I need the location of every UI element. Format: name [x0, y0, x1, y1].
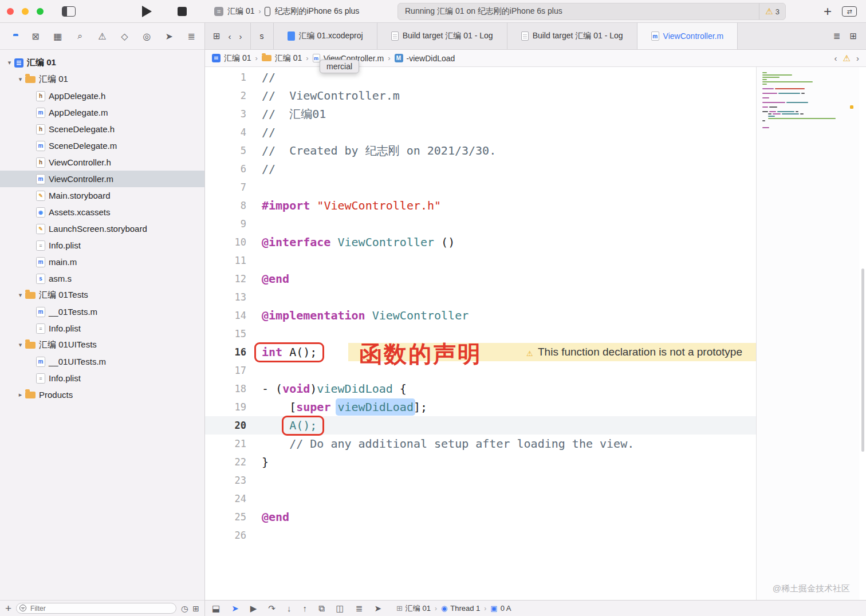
disclosure-chevron-icon[interactable]: ▾ — [15, 291, 25, 299]
minimap-bar — [768, 116, 775, 117]
related-items-icon[interactable]: ⊞ — [213, 31, 221, 41]
folder-file-icon — [25, 76, 36, 83]
editor-arrangement-icon[interactable]: ⇄ — [842, 6, 857, 17]
sidebar-item[interactable]: ◉Assets.xcassets — [0, 204, 204, 220]
source-control-status-icon[interactable]: ⊞ — [192, 604, 199, 613]
recent-files-icon[interactable]: ◷ — [181, 604, 188, 613]
issue-warning-icon[interactable]: ⚠ — [843, 53, 851, 64]
debug-breadcrumb-item[interactable]: ◉Thread 1 — [441, 604, 480, 613]
sidebar-item[interactable]: ▾汇编 01Tests — [0, 287, 204, 303]
memory-graph-icon[interactable]: ◫ — [336, 604, 344, 613]
tooltip: mercial — [320, 60, 359, 73]
breakpoint-navigator-icon[interactable]: ➤ — [162, 31, 176, 42]
run-destination[interactable]: 纪志刚的iPhone 6s plus — [274, 6, 359, 17]
sidebar-item[interactable]: hSceneDelegate.h — [0, 121, 204, 137]
step-out-icon[interactable]: ↑ — [302, 604, 307, 613]
view-hierarchy-icon[interactable]: ⧉ — [318, 604, 325, 613]
sidebar-item[interactable]: mViewController.m — [0, 171, 204, 187]
next-issue-icon[interactable]: › — [856, 53, 859, 63]
jump-bar-item[interactable]: 汇编 01 — [212, 53, 251, 64]
debug-breadcrumb-item[interactable]: ▣0 A — [490, 604, 511, 613]
toggle-debug-area-icon[interactable]: ⬓ — [212, 604, 220, 613]
sidebar-item-label: __01Tests.m — [49, 307, 97, 317]
previous-issue-icon[interactable]: ‹ — [834, 53, 837, 63]
disclosure-chevron-icon[interactable]: ▸ — [15, 391, 25, 398]
step-into-icon[interactable]: ↓ — [287, 604, 292, 613]
library-add-button[interactable]: + — [824, 5, 832, 18]
sidebar-item[interactable]: hViewController.h — [0, 154, 204, 171]
minimap[interactable] — [756, 67, 859, 600]
editor-tab[interactable]: mViewController.m — [637, 23, 738, 49]
sidebar-item[interactable]: ✎LaunchScreen.storyboard — [0, 220, 204, 237]
sidebar-item[interactable]: ▾汇编 01UITests — [0, 337, 204, 353]
warning-icon: ⚠ — [765, 6, 773, 17]
editor-tab[interactable]: Build target 汇编 01 - Log — [507, 23, 637, 49]
scheme-name[interactable]: 汇编 01 — [227, 6, 254, 17]
source-editor[interactable]: 1//2// ViewController.m3// 汇编014//5// Cr… — [205, 67, 866, 600]
step-over-icon[interactable]: ↷ — [268, 604, 275, 613]
forward-chevron-icon[interactable]: › — [239, 31, 242, 41]
continue-icon[interactable]: ▶ — [250, 604, 257, 613]
editor-tab[interactable]: Build target 汇编 01 - Log — [377, 23, 507, 49]
editor-tab[interactable]: s — [250, 23, 274, 49]
debug-navigator-icon[interactable]: ◎ — [139, 31, 154, 42]
sidebar-item[interactable]: m__01Tests.m — [0, 303, 204, 320]
sidebar-item[interactable]: ≡Info.plist — [0, 320, 204, 337]
breakpoints-toggle-icon[interactable]: ➤ — [231, 604, 239, 613]
m-file-icon: m — [36, 357, 45, 367]
find-navigator-icon[interactable]: ⌕ — [73, 31, 88, 41]
h-file-icon: h — [36, 91, 45, 101]
sidebar-item[interactable]: ✎Main.storyboard — [0, 187, 204, 204]
zoom-window-button[interactable] — [37, 8, 44, 15]
code-line: 6// — [205, 160, 756, 178]
sidebar-item[interactable]: ≡Info.plist — [0, 370, 204, 386]
minimize-window-button[interactable] — [22, 8, 29, 15]
sidebar-item[interactable]: ▾汇编 01 — [0, 71, 204, 88]
test-navigator-icon[interactable]: ◇ — [117, 31, 132, 42]
sidebar-item[interactable]: hAppDelegate.h — [0, 88, 204, 104]
disclosure-chevron-icon[interactable]: ▾ — [15, 341, 25, 349]
jump-bar-item[interactable]: 汇编 01 — [262, 53, 302, 64]
symbol-navigator-icon[interactable]: ▦ — [50, 31, 65, 42]
sidebar-item[interactable]: mAppDelegate.m — [0, 104, 204, 121]
sidebar-item[interactable]: mSceneDelegate.m — [0, 137, 204, 154]
sidebar-item[interactable]: ▸Products — [0, 386, 204, 403]
report-navigator-icon[interactable]: ≣ — [184, 31, 199, 42]
line-number: 25 — [205, 511, 262, 523]
line-number: 26 — [205, 530, 262, 541]
close-window-button[interactable] — [7, 8, 14, 15]
sidebar-item-label: AppDelegate.m — [49, 108, 108, 117]
environment-overrides-icon[interactable]: ≣ — [356, 604, 363, 613]
sidebar-item[interactable]: ≡Info.plist — [0, 237, 204, 254]
tab-label: Build target 汇编 01 - Log — [533, 31, 623, 41]
back-chevron-icon[interactable]: ‹ — [229, 31, 231, 41]
source-control-navigator-icon[interactable]: ⊠ — [28, 31, 43, 42]
run-button[interactable] — [142, 6, 152, 17]
simulate-location-icon[interactable]: ➤ — [374, 604, 381, 613]
token: ) — [310, 382, 317, 396]
disclosure-chevron-icon[interactable]: ▾ — [15, 76, 25, 83]
filter-input[interactable] — [16, 603, 176, 614]
issues-badge[interactable]: ⚠ 3 — [759, 3, 785, 19]
sidebar-item[interactable]: m__01UITests.m — [0, 353, 204, 370]
editor-tab[interactable]: 汇编 01.xcodeproj — [274, 23, 377, 49]
project-navigator-tree: ▾汇编 01▾汇编 01hAppDelegate.hmAppDelegate.m… — [0, 50, 204, 600]
issue-navigator-icon[interactable]: ⚠ — [95, 31, 110, 42]
adjust-editor-icon[interactable]: ≣ — [833, 31, 841, 41]
line-number: 9 — [205, 218, 262, 230]
sidebar-item[interactable]: mmain.m — [0, 254, 204, 270]
sidebar-item-label: ViewController.m — [49, 174, 113, 184]
token — [330, 400, 337, 414]
add-file-button[interactable]: + — [5, 603, 11, 614]
disclosure-chevron-icon[interactable]: ▾ — [5, 59, 14, 66]
scheme-selector[interactable]: ⌗ 汇编 01 › 纪志刚的iPhone 6s plus — [214, 0, 359, 23]
sidebar-toggle-icon[interactable] — [62, 6, 76, 17]
sidebar-item[interactable]: ▾汇编 01 — [0, 54, 204, 71]
jump-bar-item[interactable]: M-viewDidLoad — [395, 54, 455, 63]
minimap-bar — [762, 77, 780, 78]
add-editor-icon[interactable]: ⊞ — [849, 31, 857, 41]
stop-button[interactable] — [178, 7, 187, 16]
debug-breadcrumb-item[interactable]: ⊞汇编 01 — [396, 603, 431, 614]
scrollbar-thumb[interactable] — [861, 268, 864, 452]
sidebar-item[interactable]: sasm.s — [0, 270, 204, 287]
